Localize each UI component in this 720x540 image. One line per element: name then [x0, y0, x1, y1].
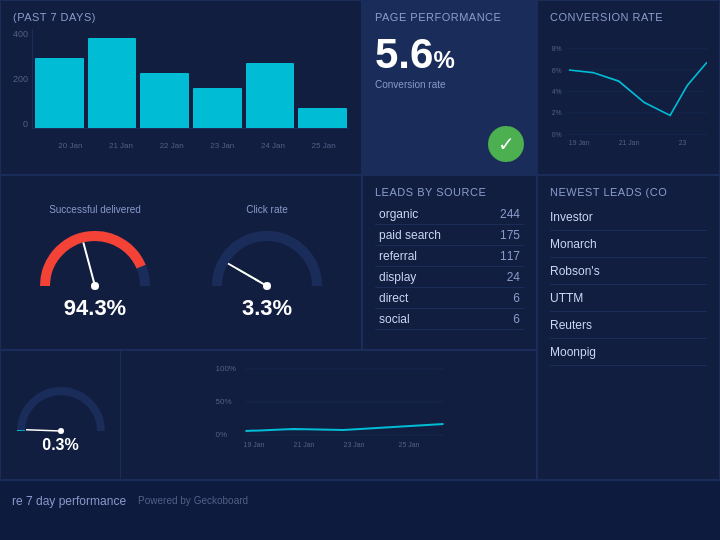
- svg-text:21 Jan: 21 Jan: [294, 441, 315, 448]
- leads-by-source-title: Leads by Source: [375, 186, 524, 198]
- bottom-gauge-container: 0% 100% 0.3%: [1, 351, 121, 479]
- list-item: Investor: [550, 204, 707, 231]
- conversion-rate-panel: Conversion rate 8% 6% 4% 2% 0% 19 Jan 21…: [537, 0, 720, 175]
- bar-y-axis: 400 200 0: [13, 29, 28, 129]
- bar-6: [298, 108, 347, 128]
- list-item: Reuters: [550, 312, 707, 339]
- footer: re 7 day performance Powered by Geckoboa…: [0, 480, 720, 520]
- bottom-gauge-svg: 0% 100%: [11, 376, 111, 436]
- conversion-rate-chart: 8% 6% 4% 2% 0% 19 Jan 21 Jan 23: [550, 29, 707, 159]
- click-rate-svg: 0% 10%: [207, 221, 327, 291]
- page-performance-label: Conversion rate: [375, 79, 524, 90]
- footer-title: re 7 day performance: [12, 494, 126, 508]
- table-row: display24: [375, 267, 524, 288]
- svg-text:100%: 100%: [216, 364, 236, 373]
- gauges-panel: Successful delivered 85% 100% 94.3% Clic…: [0, 175, 362, 350]
- svg-text:2%: 2%: [552, 109, 562, 116]
- svg-text:0%: 0%: [552, 131, 562, 138]
- click-rate-label: Click rate: [246, 204, 288, 215]
- page-performance-value: 5.6%: [375, 33, 524, 75]
- check-icon: [488, 126, 524, 162]
- svg-text:19 Jan: 19 Jan: [244, 441, 265, 448]
- list-item: Monarch: [550, 231, 707, 258]
- svg-line-26: [26, 430, 61, 431]
- svg-text:8%: 8%: [552, 45, 562, 52]
- bar-item-4: [193, 88, 242, 128]
- bar-2: [88, 38, 137, 128]
- table-row: social6: [375, 309, 524, 330]
- list-item: Robson's: [550, 258, 707, 285]
- table-row: referral117: [375, 246, 524, 267]
- svg-line-18: [228, 264, 267, 287]
- svg-point-27: [58, 428, 64, 434]
- svg-text:25 Jan: 25 Jan: [399, 441, 420, 448]
- newest-leads-panel: Newest leads (co Investor Monarch Robson…: [537, 175, 720, 480]
- bottom-line-chart: 100% 50% 0% 19 Jan 21 Jan 23 Jan 25 Jan: [121, 351, 536, 479]
- table-row: direct6: [375, 288, 524, 309]
- leads-source-table: organic244paid search175referral117displ…: [375, 204, 524, 330]
- bar-4: [193, 88, 242, 128]
- table-row: organic244: [375, 204, 524, 225]
- bar-item-3: [140, 73, 189, 128]
- bar-chart-title: (past 7 days): [13, 11, 349, 23]
- footer-powered-by: Powered by Geckoboard: [138, 495, 248, 506]
- conversion-rate-title: Conversion rate: [550, 11, 707, 23]
- newest-leads-list: Investor Monarch Robson's UTTM Reuters M…: [550, 204, 707, 366]
- svg-text:6%: 6%: [552, 67, 562, 74]
- click-rate-value: 3.3%: [242, 295, 292, 321]
- bar-1: [35, 58, 84, 128]
- page-performance-panel: Page performance 5.6% Conversion rate: [362, 0, 537, 175]
- svg-text:23 Jan: 23 Jan: [344, 441, 365, 448]
- svg-text:21 Jan: 21 Jan: [619, 139, 640, 146]
- svg-line-13: [83, 243, 95, 286]
- svg-text:50%: 50%: [216, 397, 232, 406]
- bar-chart-panel: (past 7 days) 400 200 0: [0, 0, 362, 175]
- successful-delivered-svg: 85% 100%: [35, 221, 155, 291]
- bar-x-labels: 20 Jan 21 Jan 22 Jan 23 Jan 24 Jan 25 Ja…: [45, 141, 349, 150]
- svg-point-19: [263, 282, 271, 290]
- list-item: Moonpig: [550, 339, 707, 366]
- successful-delivered-value: 94.3%: [64, 295, 126, 321]
- bar-item-1: [35, 58, 84, 128]
- bar-item-2: [88, 38, 137, 128]
- svg-text:4%: 4%: [552, 88, 562, 95]
- bar-5: [246, 63, 295, 128]
- bar-chart-bars: [32, 29, 349, 129]
- bar-chart-area: 400 200 0: [13, 29, 349, 164]
- bar-item-5: [246, 63, 295, 128]
- bar-item-6: [298, 108, 347, 128]
- bottom-gauge-value: 0.3%: [42, 436, 78, 454]
- successful-delivered-label: Successful delivered: [49, 204, 141, 215]
- bottom-line-svg: 100% 50% 0% 19 Jan 21 Jan 23 Jan 25 Jan: [129, 359, 528, 449]
- svg-text:19 Jan: 19 Jan: [569, 139, 590, 146]
- table-row: paid search175: [375, 225, 524, 246]
- bottom-row: 0% 100% 0.3% 100% 50% 0% 19 Jan 21 Jan: [0, 350, 537, 480]
- newest-leads-title: Newest leads (co: [550, 186, 707, 198]
- bar-3: [140, 73, 189, 128]
- click-rate-gauge: Click rate 0% 10% 3.3%: [207, 204, 327, 321]
- list-item: UTTM: [550, 285, 707, 312]
- svg-text:23: 23: [679, 139, 687, 146]
- successful-delivered-gauge: Successful delivered 85% 100% 94.3%: [35, 204, 155, 321]
- svg-text:0%: 0%: [216, 430, 228, 439]
- svg-point-14: [91, 282, 99, 290]
- page-performance-title: Page performance: [375, 11, 524, 23]
- leads-by-source-panel: Leads by Source organic244paid search175…: [362, 175, 537, 350]
